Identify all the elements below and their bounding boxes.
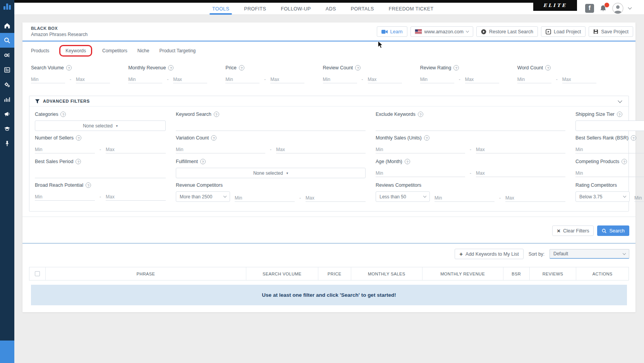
best-sellers-rank-bsr-min-input[interactable]	[575, 146, 644, 153]
help-icon[interactable]: ?	[200, 159, 206, 164]
shipping-size-tier-select[interactable]: None selected▾	[575, 120, 644, 131]
column-header-reviews[interactable]: REVIEWS	[530, 267, 577, 280]
best-sales-period-input[interactable]	[35, 168, 166, 178]
nav-freedom-ticket[interactable]: FREEDOM TICKET	[389, 3, 434, 15]
nav-ads[interactable]: ADS	[326, 3, 336, 15]
load-project-button[interactable]: Load Project	[541, 26, 586, 37]
user-menu-chevron-icon[interactable]	[628, 5, 632, 9]
tab-products[interactable]: Products	[31, 48, 49, 53]
sidebar-item-marketing[interactable]	[0, 107, 14, 121]
nav-portals[interactable]: PORTALS	[351, 3, 374, 15]
age-month-max-input[interactable]	[476, 169, 565, 177]
price-max-input[interactable]	[270, 76, 304, 83]
sidebar-item-learning[interactable]	[0, 121, 14, 136]
exclude-keywords-input[interactable]	[376, 120, 565, 131]
sidebar-item-analytics[interactable]	[0, 92, 14, 107]
column-header-actions[interactable]: ACTIONS	[576, 267, 629, 280]
reviews-competitors-max-input[interactable]	[505, 194, 565, 202]
facebook-icon[interactable]: f	[585, 4, 594, 13]
search-volume-max-input[interactable]	[76, 76, 110, 83]
nav-tools[interactable]: TOOLS	[212, 3, 229, 15]
help-icon[interactable]: ?	[424, 135, 429, 141]
nav-profits[interactable]: PROFITS	[244, 3, 266, 15]
sidebar-item-pin[interactable]	[0, 136, 14, 151]
column-header-monthly-sales[interactable]: MONTHLY SALES	[351, 267, 422, 280]
tab-keywords[interactable]: Keywords	[59, 45, 92, 57]
search-button[interactable]: Search	[597, 225, 629, 236]
save-project-button[interactable]: Save Project	[589, 26, 633, 37]
clear-filters-button[interactable]: × Clear Filters	[552, 225, 594, 236]
word-count-min-input[interactable]	[517, 76, 551, 83]
column-header-phrase[interactable]: PHRASE	[46, 267, 246, 280]
sidebar-item-home[interactable]	[0, 18, 14, 33]
revenue-competitors-select[interactable]: More than 2500	[176, 191, 230, 202]
tab-competitors[interactable]: Competitors	[102, 48, 127, 53]
help-icon[interactable]: ?	[622, 159, 627, 164]
search-volume-min-input[interactable]	[31, 76, 65, 83]
review-rating-min-input[interactable]	[420, 76, 454, 83]
monthly-revenue-max-input[interactable]	[173, 76, 207, 83]
help-icon[interactable]: ?	[76, 159, 81, 164]
notifications-button[interactable]	[599, 4, 607, 12]
age-month-min-input[interactable]	[376, 169, 465, 177]
rating-competitors-select[interactable]: Below 3.75	[575, 191, 630, 202]
number-of-sellers-min-input[interactable]	[35, 146, 95, 153]
help-icon[interactable]: ?	[545, 65, 551, 71]
revenue-competitors-max-input[interactable]	[306, 194, 366, 202]
user-avatar[interactable]	[612, 3, 623, 14]
column-header-price[interactable]: PRICE	[318, 267, 351, 280]
review-rating-max-input[interactable]	[465, 76, 499, 83]
variation-count-min-input[interactable]	[176, 146, 265, 153]
reviews-competitors-select[interactable]: Less than 50	[376, 191, 430, 202]
collapse-chevron-icon[interactable]	[618, 98, 622, 103]
fulfillment-select[interactable]: None selected▾	[176, 168, 366, 178]
marketplace-select[interactable]: www.amazon.com	[410, 26, 473, 37]
sidebar-item-keyword-tools[interactable]	[0, 48, 14, 62]
review-count-max-input[interactable]	[368, 76, 402, 83]
rating-competitors-min-input[interactable]	[634, 194, 644, 202]
tab-niche[interactable]: Niche	[137, 48, 149, 53]
number-of-sellers-max-input[interactable]	[106, 146, 166, 153]
help-icon[interactable]: ?	[76, 135, 81, 141]
price-min-input[interactable]	[225, 76, 259, 83]
sidebar-item-listing-tools[interactable]	[0, 62, 14, 77]
sort-select[interactable]: Default	[550, 249, 629, 259]
monthly-revenue-min-input[interactable]	[128, 76, 162, 83]
add-keywords-button[interactable]: + Add Keywords to My List	[455, 249, 523, 259]
review-count-min-input[interactable]	[323, 76, 357, 83]
help-icon[interactable]: ?	[239, 65, 244, 71]
help-icon[interactable]: ?	[168, 65, 173, 71]
nav-follow-up[interactable]: FOLLOW-UP	[281, 3, 311, 15]
help-icon[interactable]: ?	[355, 65, 361, 71]
select-all-checkbox[interactable]	[35, 271, 40, 276]
revenue-competitors-min-input[interactable]	[235, 194, 295, 202]
word-count-max-input[interactable]	[562, 76, 596, 83]
helium10-logo[interactable]	[0, 0, 14, 12]
monthly-sales-units-min-input[interactable]	[376, 146, 465, 153]
tab-product-targeting[interactable]: Product Targeting	[159, 48, 196, 53]
help-icon[interactable]: ?	[214, 112, 219, 117]
learn-button[interactable]: Learn	[377, 26, 407, 37]
restore-last-search-button[interactable]: Restore Last Search	[476, 26, 538, 37]
help-icon[interactable]: ?	[418, 112, 423, 117]
monthly-sales-units-max-input[interactable]	[476, 146, 565, 153]
reviews-competitors-min-input[interactable]	[434, 194, 495, 202]
competing-products-min-input[interactable]	[575, 169, 644, 177]
plan-badge[interactable]: ELITE	[533, 0, 577, 11]
sidebar-bottom-accent[interactable]	[0, 341, 14, 363]
broad-reach-potential-min-input[interactable]	[35, 193, 95, 201]
advanced-filters-header[interactable]: ADVANCED FILTERS	[29, 96, 629, 107]
help-icon[interactable]: ?	[211, 135, 216, 141]
variation-count-max-input[interactable]	[276, 146, 366, 153]
column-header-search-volume[interactable]: SEARCH VOLUME	[246, 267, 318, 280]
help-icon[interactable]: ?	[453, 65, 459, 71]
broad-reach-potential-max-input[interactable]	[106, 193, 166, 201]
help-icon[interactable]: ?	[60, 112, 66, 117]
column-header-monthly-revenue[interactable]: MONTHLY REVENUE	[422, 267, 503, 280]
categories-select[interactable]: None selected▾	[35, 120, 166, 131]
help-icon[interactable]: ?	[631, 135, 636, 141]
sidebar-item-search[interactable]	[0, 33, 14, 48]
help-icon[interactable]: ?	[66, 65, 72, 71]
column-header-bsr[interactable]: BSR	[503, 267, 530, 280]
keyword-search-input[interactable]	[176, 120, 366, 131]
